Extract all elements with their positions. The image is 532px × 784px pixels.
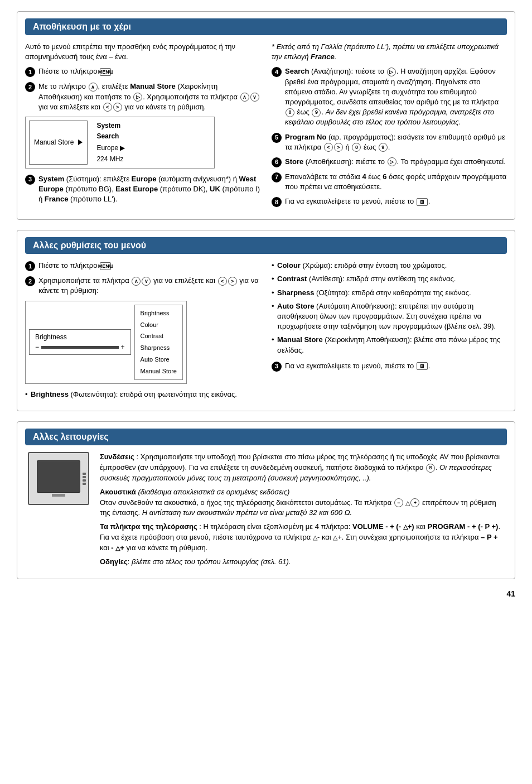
menu-item-manualstore: Manual Store <box>141 365 177 377</box>
store-right-btn: ▷ <box>388 157 396 166</box>
tv-image-container <box>25 452 92 570</box>
triangle-icon <box>78 140 83 145</box>
menu-step-content-2: Χρησιμοποιήστε τα πλήκτρα ∧∨ για να επιλ… <box>38 276 260 296</box>
menu-settings-content: 1 Πιέστε το πλήκτρο MENU. 2 Χρησιμοποιήσ… <box>25 261 507 403</box>
step-num-3: 3 <box>25 175 35 185</box>
brightness-diagram: Brightness − + Brightness Colour Contras… <box>25 301 187 384</box>
step-1-left: 1 Πιέστε το πλήκτρο MENU. <box>25 66 260 77</box>
menu-down-btn: ∨ <box>142 277 151 286</box>
section-other-functions: Αλλες λειτουργίες <box>17 421 515 579</box>
step-num-1: 1 <box>25 67 35 77</box>
other-functions-content: Συνδέσεις : Χρησιμοποιήστε την υποδοχή π… <box>25 452 507 570</box>
menu-settings-right: Colour (Χρώμα): επιδρά στην ένταση του χ… <box>272 261 507 403</box>
msd-freq: 224 MHz <box>96 154 125 165</box>
step-8-right: 8 Για να εγκαταλείψετε το μενού, πιέστε … <box>272 196 507 207</box>
brightness-note: Brightness (Φωτεινότητα): επιδρά στη φωτ… <box>25 389 260 400</box>
exit-menu-btn2: ⊞ <box>417 362 428 370</box>
right-btn: ▷ <box>133 93 142 102</box>
step-content-1: Πιέστε το πλήκτρο MENU. <box>38 66 260 76</box>
menu-item-contrast: Contrast <box>141 330 177 342</box>
menu-item-brightness: Brightness <box>141 307 177 319</box>
prog-nine-btn: 9 <box>379 143 388 152</box>
menu-item-colour: Colour <box>141 319 177 331</box>
menu-btn-icon: MENU <box>100 68 111 76</box>
step-num-6: 6 <box>272 157 282 167</box>
prog-left-btn: < <box>324 143 333 152</box>
menu-settings-left: 1 Πιέστε το πλήκτρο MENU. 2 Χρησιμοποιήσ… <box>25 261 260 403</box>
step-content-3: System (Σύστημα): επιλέξτε Europe (αυτόμ… <box>38 174 260 205</box>
step-7-right: 7 Επαναλάβετε τα στάδια 4 έως 6 όσες φορ… <box>272 172 507 192</box>
tv-stand <box>52 494 65 497</box>
left-btn: < <box>103 103 112 112</box>
up-btn: ∧ <box>89 83 98 92</box>
exit-menu-btn: ⊞ <box>417 198 428 206</box>
step-content-5: Program No (αρ. προγράμματος): εισάγετε … <box>285 132 507 152</box>
step-content-8: Για να εγκαταλείψετε το μενού, πιέστε το… <box>285 196 507 206</box>
step-2-left: 2 Με το πλήκτρο ∧, επιλέξτε Manual Store… <box>25 81 260 112</box>
av-btn: ⊝ <box>426 464 435 473</box>
msd-left-box: Manual Store <box>29 121 88 165</box>
manual-store-right: * Εκτός από τη Γαλλία (πρότυπο LL'), πρέ… <box>272 42 507 211</box>
manual-store-diagram: Manual Store System Search Europe ▶ 224 … <box>25 117 215 169</box>
brightness-label: Brightness <box>35 333 125 341</box>
minus-vol-btn: − <box>394 498 403 507</box>
step-num-7: 7 <box>272 172 282 182</box>
section-manual-store: Αποθήκευση με το χέρι Αυτό το μενού επιτ… <box>17 11 515 220</box>
menu-items-list: Brightness Colour Contrast Sharpness Aut… <box>134 305 183 380</box>
menu-up-btn: ∧ <box>132 277 141 286</box>
right-btn2: > <box>113 103 122 112</box>
tv-btn1 <box>83 473 86 475</box>
brightness-bar <box>41 346 119 349</box>
step-content-6: Store (Αποθήκευση): πιέστε το ▷. Το πρόγ… <box>285 157 507 167</box>
tv-screen <box>37 460 80 493</box>
brightness-box: Brightness − + <box>29 329 131 355</box>
menu-step-content-1: Πιέστε το πλήκτρο MENU. <box>38 261 260 271</box>
menu-step-num-3: 3 <box>272 362 282 372</box>
menu-left-btn: < <box>218 277 227 286</box>
menu-step-2: 2 Χρησιμοποιήστε τα πλήκτρα ∧∨ για να επ… <box>25 276 260 296</box>
tv-keys-text: Τα πλήκτρα της τηλεόρασης : Η τηλεόραση … <box>100 522 507 554</box>
step-5-right: 5 Program No (αρ. προγράμματος): εισάγετ… <box>272 132 507 152</box>
minus-label: − <box>35 343 39 351</box>
section-header-menu-settings: Αλλες ρυθμίσεις του μενού <box>25 237 507 254</box>
menu-right-btn: > <box>228 277 237 286</box>
manual-store-content: Αυτό το μενού επιτρέπει την προσθήκη ενό… <box>25 42 507 211</box>
guides-text: Οδηγίες: βλέπε στο τέλος του τρόπου λειτ… <box>100 557 507 567</box>
section-menu-settings: Αλλες ρυθμίσεις του μενού 1 Πιέστε το πλ… <box>17 230 515 411</box>
menu-step-1: 1 Πιέστε το πλήκτρο MENU. <box>25 261 260 271</box>
msd-right-box: System Search Europe ▶ 224 MHz <box>91 117 130 168</box>
triangle-plus: △ <box>333 534 337 541</box>
down-btn2: ∨ <box>250 93 259 102</box>
step-4-right: 4 Search (Αναζήτηση): πιέστε το ▷. Η ανα… <box>272 66 507 127</box>
step-3-left: 3 System (Σύστημα): επιλέξτε Europe (αυτ… <box>25 174 260 205</box>
step-content-2: Με το πλήκτρο ∧, επιλέξτε Manual Store (… <box>38 81 260 112</box>
sharpness-note: Sharpness (Οξύτητα): επιδρά στην καθαρότ… <box>272 288 507 298</box>
section-header-other-functions: Αλλες λειτουργίες <box>25 429 507 445</box>
autostore-note: Auto Store (Αυτόματη Αποθήκευση): επιτρέ… <box>272 301 507 332</box>
manual-store-intro: Αυτό το μενού επιτρέπει την προσθήκη ενό… <box>25 42 260 62</box>
triangle-vol-icon: △ <box>405 499 410 506</box>
plus-label: + <box>121 343 125 351</box>
asterisk-note: * Εκτός από τη Γαλλία (πρότυπο LL'), πρέ… <box>272 42 507 62</box>
prog-right-btn: > <box>334 143 343 152</box>
step-num-4: 4 <box>272 67 282 77</box>
plus-vol-btn: + <box>410 498 419 507</box>
msd-system: System <box>96 121 125 131</box>
menu-step-content-3: Για να εγκαταλείψετε το μενού, πιέστε το… <box>285 361 507 371</box>
msd-europe: Europe ▶ <box>96 143 125 153</box>
prog-zero-btn: 0 <box>352 143 361 152</box>
menu-item-sharpness: Sharpness <box>141 342 177 354</box>
step-content-7: Επαναλάβετε τα στάδια 4 έως 6 όσες φορές… <box>285 172 507 192</box>
tv-btn4 <box>83 483 86 485</box>
brightness-controls: − + <box>35 343 125 351</box>
section-header-manual-store: Αποθήκευση με το χέρι <box>25 18 507 35</box>
nine-btn: 9 <box>312 108 321 117</box>
contrast-note: Contrast (Αντίθεση): επιδρά στην αντίθεσ… <box>272 274 507 284</box>
tv-btn2 <box>83 476 86 478</box>
acoustics-text: Ακουστικά (διαθέσιμα αποκλειστικά σε ορι… <box>100 487 507 519</box>
menu-item-autostore: Auto Store <box>141 354 177 365</box>
step-num-5: 5 <box>272 133 282 143</box>
menu-step-num-1: 1 <box>25 261 35 271</box>
manualstore-note: Manual Store (Χειροκίνητη Αποθήκευση): β… <box>272 335 507 355</box>
menu-step-num-2: 2 <box>25 276 35 286</box>
